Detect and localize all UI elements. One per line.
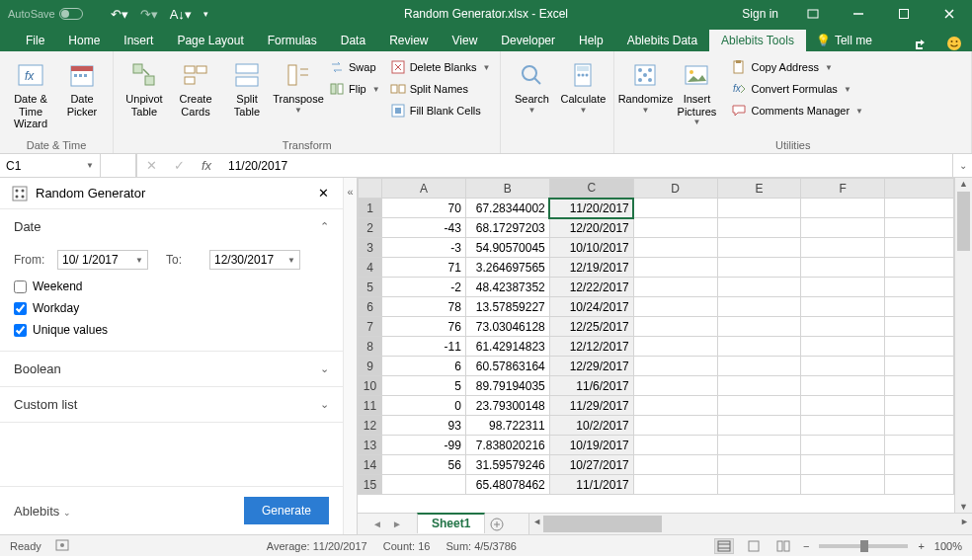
generate-button[interactable]: Generate: [244, 497, 329, 524]
section-header-custom[interactable]: Custom list ⌄: [0, 387, 343, 422]
tab-home[interactable]: Home: [56, 30, 112, 51]
unpivot-button[interactable]: UnpivotTable: [120, 55, 169, 120]
expand-formula-icon[interactable]: ⌄: [952, 154, 972, 177]
cell[interactable]: 6: [381, 357, 465, 376]
cell[interactable]: 12/20/2017: [549, 218, 633, 238]
cell[interactable]: 10/2/2017: [549, 416, 633, 436]
cell[interactable]: [717, 278, 801, 297]
cell[interactable]: [801, 317, 885, 337]
row-header[interactable]: 10: [359, 376, 382, 396]
cell[interactable]: 7.838020216: [465, 436, 549, 455]
view-page-break-icon[interactable]: [773, 538, 793, 554]
zoom-level[interactable]: 100%: [934, 540, 962, 552]
cell[interactable]: 93: [381, 416, 465, 436]
cell[interactable]: 71: [381, 258, 465, 278]
row-header[interactable]: 4: [359, 258, 382, 278]
undo-icon[interactable]: ↶▾: [111, 7, 128, 22]
cell[interactable]: [885, 317, 954, 337]
scroll-up-icon[interactable]: ▲: [955, 179, 972, 189]
tab-ablebits-tools[interactable]: Ablebits Tools: [709, 30, 806, 51]
cell[interactable]: 5: [381, 376, 465, 396]
cell[interactable]: [633, 396, 717, 416]
checkbox[interactable]: [14, 280, 27, 293]
minimize-icon[interactable]: [836, 0, 881, 28]
horizontal-scrollbar[interactable]: ◄ ►: [528, 514, 972, 534]
row-header[interactable]: 9: [359, 357, 382, 376]
row-header[interactable]: 11: [359, 396, 382, 416]
cell[interactable]: -43: [381, 218, 465, 238]
section-header-date[interactable]: Date ⌃: [0, 209, 343, 244]
ribbon-display-icon[interactable]: [790, 0, 836, 28]
tab-file[interactable]: File: [14, 30, 56, 51]
cell[interactable]: [633, 218, 717, 238]
transpose-button[interactable]: Transpose▼: [274, 55, 323, 120]
feedback-icon[interactable]: [936, 36, 972, 51]
tell-me[interactable]: 💡Tell me: [806, 30, 882, 51]
cell[interactable]: 70: [381, 199, 465, 218]
close-icon[interactable]: [927, 0, 972, 28]
view-normal-icon[interactable]: [714, 538, 734, 554]
cell[interactable]: [885, 337, 954, 357]
split-table-button[interactable]: SplitTable: [222, 55, 272, 120]
cell[interactable]: -11: [381, 337, 465, 357]
col-header-e[interactable]: E: [717, 179, 801, 199]
cell[interactable]: 0: [381, 396, 465, 416]
close-pane-icon[interactable]: ✕: [315, 186, 331, 200]
section-header-boolean[interactable]: Boolean ⌄: [0, 352, 343, 386]
cell[interactable]: 13.57859227: [465, 297, 549, 317]
cell[interactable]: [801, 199, 885, 218]
sheet-tab-1[interactable]: Sheet1: [417, 513, 485, 533]
scroll-left-icon[interactable]: ◄: [532, 517, 541, 526]
cell[interactable]: [717, 199, 801, 218]
convert-formulas-button[interactable]: fxConvert Formulas▼: [727, 79, 867, 99]
scroll-down-icon[interactable]: ▼: [955, 502, 972, 512]
cell[interactable]: 10/24/2017: [549, 297, 633, 317]
cell[interactable]: 54.90570045: [465, 238, 549, 258]
cell[interactable]: 10/10/2017: [549, 238, 633, 258]
customize-qat-icon[interactable]: ▾: [203, 9, 208, 19]
unique-check[interactable]: Unique values: [14, 323, 329, 337]
cell[interactable]: 89.79194035: [465, 376, 549, 396]
cell[interactable]: 12/12/2017: [549, 337, 633, 357]
cell[interactable]: [717, 357, 801, 376]
enter-icon[interactable]: ✓: [165, 158, 193, 173]
tab-ablebits-data[interactable]: Ablebits Data: [615, 30, 709, 51]
cell[interactable]: [717, 337, 801, 357]
cell[interactable]: 56: [381, 455, 465, 475]
cell[interactable]: [885, 278, 954, 297]
workday-check[interactable]: Workday: [14, 301, 329, 315]
cell[interactable]: 76: [381, 317, 465, 337]
cell[interactable]: -3: [381, 238, 465, 258]
scroll-right-icon[interactable]: ►: [960, 517, 969, 526]
weekend-check[interactable]: Weekend: [14, 280, 329, 293]
cell[interactable]: [885, 218, 954, 238]
cell[interactable]: [801, 357, 885, 376]
cell[interactable]: [717, 376, 801, 396]
zoom-out-icon[interactable]: −: [803, 540, 809, 552]
cell[interactable]: [717, 416, 801, 436]
row-header[interactable]: 12: [359, 416, 382, 436]
next-sheet-icon[interactable]: ►: [392, 519, 402, 529]
cell[interactable]: [717, 218, 801, 238]
col-header-b[interactable]: B: [465, 179, 549, 199]
cell[interactable]: [633, 475, 717, 495]
cell[interactable]: 12/19/2017: [549, 258, 633, 278]
row-header[interactable]: 7: [359, 317, 382, 337]
split-names-button[interactable]: Split Names: [386, 79, 495, 99]
date-time-wizard-button[interactable]: fxDate &Time Wizard: [6, 55, 55, 130]
insert-pictures-button[interactable]: InsertPictures▼: [672, 55, 721, 126]
cell[interactable]: [885, 376, 954, 396]
tab-view[interactable]: View: [441, 30, 490, 51]
col-header-d[interactable]: D: [633, 179, 717, 199]
tab-help[interactable]: Help: [567, 30, 615, 51]
sheet-nav[interactable]: ◄►: [358, 514, 417, 534]
randomize-button[interactable]: Randomize▼: [620, 55, 670, 126]
fill-blank-button[interactable]: Fill Blank Cells: [386, 101, 495, 120]
cell[interactable]: [633, 436, 717, 455]
cell[interactable]: 11/1/2017: [549, 475, 633, 495]
cell[interactable]: [885, 357, 954, 376]
add-sheet-icon[interactable]: [485, 514, 509, 534]
maximize-icon[interactable]: [881, 0, 927, 28]
cell[interactable]: [633, 376, 717, 396]
cell[interactable]: [381, 475, 465, 495]
